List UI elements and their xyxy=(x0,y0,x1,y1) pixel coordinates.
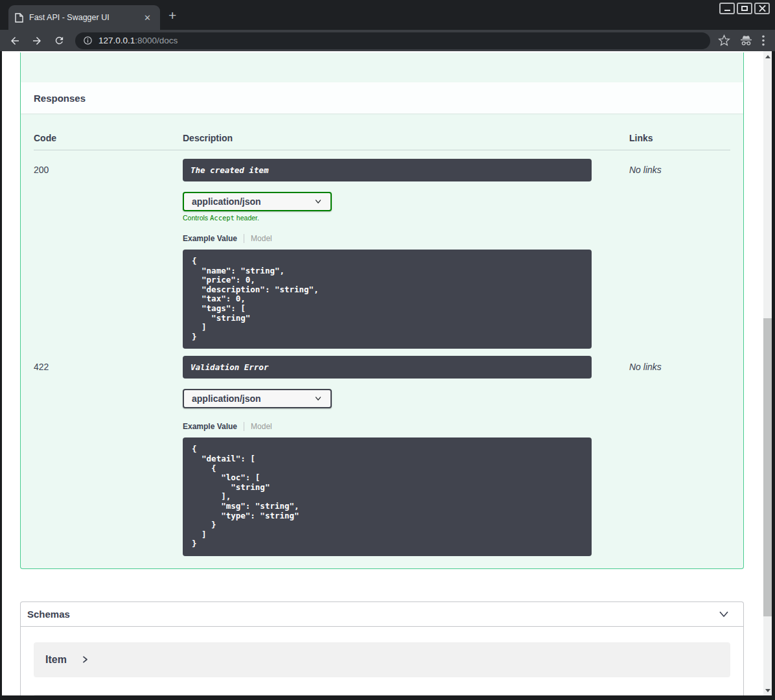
model-name: Item xyxy=(45,654,67,666)
chevron-down-icon xyxy=(717,607,730,620)
new-tab-button[interactable]: + xyxy=(168,8,176,22)
bookmark-star-icon[interactable] xyxy=(718,34,730,47)
chevron-down-icon xyxy=(314,394,323,403)
scroll-up-icon[interactable] xyxy=(765,55,770,58)
tab-title: Fast API - Swagger UI xyxy=(29,13,135,22)
model-validationerror[interactable]: ValidationError xyxy=(34,694,730,695)
close-icon xyxy=(759,5,766,12)
tab-model[interactable]: Model xyxy=(251,422,272,431)
swagger-docs-page: Responses Code Description Links 200 The… xyxy=(2,51,772,695)
response-code: 200 xyxy=(34,159,183,349)
media-type-select[interactable]: application/json xyxy=(183,389,332,408)
browser-tab[interactable]: Fast API - Swagger UI ✕ xyxy=(8,5,160,30)
schemas-heading: Schemas xyxy=(27,609,70,620)
browser-menu-icon[interactable] xyxy=(762,35,765,46)
page-scrollbar[interactable] xyxy=(763,51,772,695)
tab-example-value[interactable]: Example Value xyxy=(183,422,237,431)
schemas-header[interactable]: Schemas xyxy=(21,602,743,627)
scroll-down-icon[interactable] xyxy=(765,689,770,692)
response-row-422: 422 Validation Error application/json Ex… xyxy=(34,356,730,556)
page-favicon-icon xyxy=(15,13,23,23)
column-header-code: Code xyxy=(34,133,183,143)
reload-button[interactable] xyxy=(51,32,67,49)
incognito-icon xyxy=(739,34,753,47)
scrollbar-thumb[interactable] xyxy=(763,318,772,616)
schemas-section: Schemas Item ValidationError xyxy=(20,601,744,695)
media-type-value: application/json xyxy=(192,196,261,207)
response-links: No links xyxy=(610,159,730,349)
tab-close-icon[interactable]: ✕ xyxy=(141,13,154,23)
url-path: :8000/docs xyxy=(135,36,178,45)
media-type-select[interactable]: application/json xyxy=(183,192,332,211)
address-bar[interactable]: 127.0.0.1:8000/docs xyxy=(75,32,710,49)
chevron-right-icon xyxy=(81,655,89,664)
browser-toolbar: 127.0.0.1:8000/docs xyxy=(0,30,775,51)
example-model-tabs: Example Value Model xyxy=(183,422,610,431)
minimize-icon xyxy=(724,10,730,11)
example-json-block: { "detail": [ { "loc": [ "string" ], "ms… xyxy=(183,438,592,556)
responses-heading: Responses xyxy=(34,93,86,104)
opblock-spacer xyxy=(21,52,743,82)
maximize-icon xyxy=(741,6,748,11)
responses-section-header: Responses xyxy=(21,82,743,113)
media-type-value: application/json xyxy=(192,393,261,404)
column-header-links: Links xyxy=(610,133,730,143)
browser-titlebar: Fast API - Swagger UI ✕ + xyxy=(0,0,775,30)
example-json-block: { "name": "string", "price": 0, "descrip… xyxy=(183,250,592,349)
response-row-200: 200 The created item application/json Co… xyxy=(34,159,730,349)
window-close-button[interactable] xyxy=(754,3,770,14)
response-links: No links xyxy=(610,356,730,556)
arrow-left-icon xyxy=(9,35,21,47)
site-info-icon[interactable] xyxy=(83,36,93,45)
response-description: Validation Error xyxy=(183,356,592,379)
column-header-description: Description xyxy=(183,133,610,143)
tab-model[interactable]: Model xyxy=(251,234,272,243)
window-maximize-button[interactable] xyxy=(737,3,752,14)
forward-button[interactable] xyxy=(29,32,45,49)
browser-window: Fast API - Swagger UI ✕ + xyxy=(0,0,775,700)
response-code: 422 xyxy=(34,356,183,556)
reload-icon xyxy=(54,35,65,46)
tab-divider xyxy=(244,234,244,243)
accept-header-note: Controls Accept header. xyxy=(183,214,610,222)
tab-divider xyxy=(244,422,244,431)
url-host: 127.0.0.1 xyxy=(98,36,135,45)
responses-table-header: Code Description Links xyxy=(34,125,730,150)
arrow-right-icon xyxy=(31,35,43,47)
window-minimize-button[interactable] xyxy=(719,3,735,14)
chevron-down-icon xyxy=(314,197,323,206)
back-button[interactable] xyxy=(6,32,23,49)
responses-panel: Responses Code Description Links 200 The… xyxy=(20,52,744,569)
response-description: The created item xyxy=(183,159,592,181)
model-item[interactable]: Item xyxy=(34,642,730,677)
example-model-tabs: Example Value Model xyxy=(183,234,610,243)
window-controls xyxy=(719,3,770,14)
tab-example-value[interactable]: Example Value xyxy=(183,234,237,243)
